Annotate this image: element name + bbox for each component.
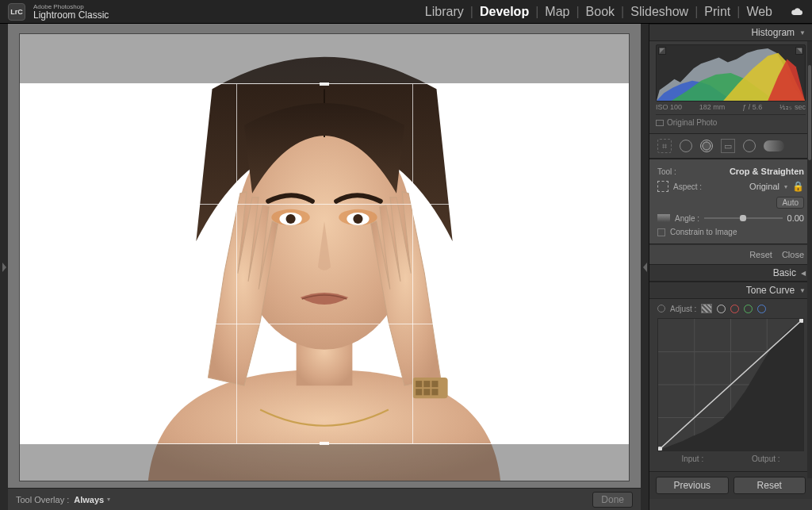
aspect-icon[interactable]	[657, 181, 668, 192]
title-bar: LrC Adobe Photoshop Lightroom Classic Li…	[0, 0, 812, 24]
left-panel-collapse[interactable]	[0, 24, 8, 510]
aspect-label: Aspect :	[673, 182, 702, 191]
module-develop[interactable]: Develop	[480, 5, 529, 19]
spot-removal-tool-icon[interactable]	[680, 140, 692, 152]
parametric-curve-icon[interactable]	[701, 304, 712, 313]
crop-tool-icon[interactable]: ⌗	[657, 139, 672, 153]
shadow-clipping-icon[interactable]: ◤	[658, 47, 666, 55]
disclosure-triangle-icon: ◀	[801, 270, 806, 277]
module-slideshow[interactable]: Slideshow	[630, 5, 688, 19]
brush-tool-icon[interactable]	[764, 140, 784, 151]
target-adjust-icon[interactable]	[657, 305, 665, 313]
curve-input-label: Input :	[681, 454, 703, 463]
disclosure-triangle-icon: ▼	[799, 29, 806, 36]
tool-overlay-label: Tool Overlay :	[16, 495, 69, 504]
radial-filter-tool-icon[interactable]	[743, 140, 756, 152]
channel-red-icon[interactable]	[730, 305, 739, 313]
compare-icon	[656, 120, 664, 126]
app-logo-icon: LrC	[8, 3, 25, 21]
exif-summary: ISO 100 182 mm ƒ / 5.6 ¹⁄₁₂₅ sec	[656, 102, 806, 114]
module-picker: Library|Develop|Map|Book|Slideshow|Print…	[425, 5, 772, 19]
module-web[interactable]: Web	[746, 5, 772, 19]
module-separator: |	[535, 5, 538, 19]
original-photo-toggle[interactable]: Original Photo	[656, 114, 806, 130]
module-separator: |	[576, 5, 579, 19]
aspect-value[interactable]: Original	[749, 182, 779, 191]
crop-mask-bottom	[20, 444, 629, 481]
crop-straighten-panel: Tool : Crop & Straighten Aspect : Origin…	[649, 159, 812, 244]
local-tool-strip: ⌗ ▭	[649, 133, 812, 159]
app-title: Adobe Photoshop Lightroom Classic	[33, 4, 109, 20]
reset-button[interactable]: Reset	[733, 477, 806, 494]
tone-curve-graph[interactable]	[657, 318, 804, 451]
adjust-label: Adjust :	[670, 305, 696, 313]
channel-green-icon[interactable]	[744, 305, 753, 313]
angle-icon	[657, 214, 670, 222]
done-button[interactable]: Done	[592, 492, 633, 508]
curve-output-label: Output :	[752, 454, 780, 463]
constrain-checkbox[interactable]	[657, 228, 665, 236]
crop-reset-button[interactable]: Reset	[749, 250, 772, 259]
tool-overlay-value[interactable]: Always	[74, 495, 104, 504]
aspect-dropdown-icon[interactable]: ▾	[784, 183, 787, 190]
panel-scrollbar[interactable]	[807, 41, 812, 478]
tone-curve-header[interactable]: Tone Curve▼	[649, 282, 812, 299]
channel-all-icon[interactable]	[717, 305, 726, 313]
right-panel: Histogram▼ ◤ ◥ ISO 100 182 mm ƒ / 5.6 ¹⁄…	[649, 24, 812, 510]
histogram-header[interactable]: Histogram▼	[649, 24, 812, 41]
module-map[interactable]: Map	[545, 5, 569, 19]
constrain-label: Constrain to Image	[670, 228, 737, 236]
module-print[interactable]: Print	[704, 5, 730, 19]
dropdown-caret-icon[interactable]: ▾	[107, 496, 110, 503]
crop-rectangle[interactable]	[59, 83, 589, 444]
develop-toolbar: Tool Overlay : Always ▾ Done	[8, 488, 641, 510]
redeye-tool-icon[interactable]	[700, 140, 713, 152]
tool-name: Crop & Straighten	[730, 167, 804, 176]
histogram-chart[interactable]: ◤ ◥	[656, 44, 806, 102]
angle-value[interactable]: 0.00	[787, 213, 804, 223]
angle-auto-button[interactable]: Auto	[776, 197, 804, 209]
graduated-filter-tool-icon[interactable]: ▭	[721, 139, 735, 153]
tone-curve-adjust-row: Adjust :	[657, 304, 804, 318]
channel-blue-icon[interactable]	[757, 305, 766, 313]
module-separator: |	[621, 5, 624, 19]
angle-label: Angle :	[675, 214, 699, 223]
right-panel-collapse[interactable]	[641, 24, 649, 510]
disclosure-triangle-icon: ▼	[799, 287, 806, 294]
module-separator: |	[470, 5, 473, 19]
module-separator: |	[695, 5, 698, 19]
module-library[interactable]: Library	[425, 5, 464, 19]
previous-button[interactable]: Previous	[656, 477, 729, 494]
highlight-clipping-icon[interactable]: ◥	[795, 47, 803, 55]
angle-slider[interactable]	[704, 216, 782, 220]
image-viewport[interactable]	[19, 33, 630, 481]
crop-mask-top	[20, 34, 629, 83]
basic-panel-header[interactable]: Basic◀	[649, 264, 812, 282]
aspect-lock-icon[interactable]: 🔒	[792, 181, 804, 192]
module-separator: |	[737, 5, 740, 19]
tool-label: Tool :	[657, 167, 676, 176]
module-book[interactable]: Book	[586, 5, 615, 19]
crop-close-button[interactable]: Close	[782, 250, 804, 259]
cloud-sync-icon[interactable]	[790, 6, 804, 18]
